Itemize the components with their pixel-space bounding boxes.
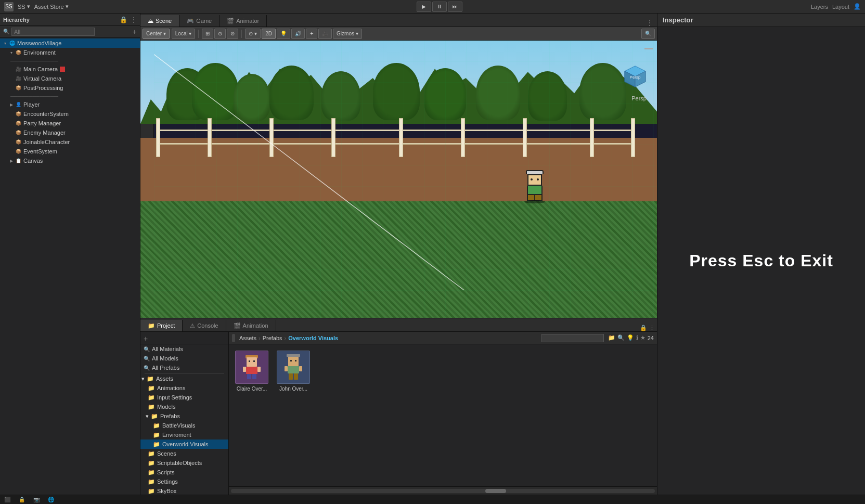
asset-john-overworld[interactable]: John Over... bbox=[275, 348, 312, 394]
scene-view[interactable]: ✋ ✥ ↺ ▭ ⟵ ⚙ bbox=[140, 41, 657, 318]
item-type-icon: 📦 bbox=[15, 49, 22, 56]
sidebar-enviroment[interactable]: 📁 Enviroment bbox=[140, 430, 228, 440]
play-button[interactable]: ▶ bbox=[417, 2, 431, 12]
sidebar-scriptable-objects[interactable]: 📁 ScriptableObjects bbox=[140, 458, 228, 468]
hierarchy-item-party-manager[interactable]: 📦 Party Manager bbox=[0, 119, 140, 128]
middle-panel: ⛰ Scene 🎮 Game 🎬 Animator ⋮ Center ▾ Loc… bbox=[140, 14, 657, 495]
hier-separator: ───────────── bbox=[0, 93, 140, 100]
tab-game[interactable]: 🎮 Game bbox=[179, 15, 220, 27]
toolbar-gizmos-btn[interactable]: Gizmos ▾ bbox=[333, 29, 362, 39]
skybox-folder-icon: 📁 bbox=[148, 488, 155, 495]
hierarchy-add-icon[interactable]: + bbox=[133, 28, 137, 36]
resize-handle[interactable] bbox=[232, 334, 235, 342]
toolbar-local-btn[interactable]: Local ▾ bbox=[172, 29, 196, 39]
toolbar-effects-btn[interactable]: ✦ bbox=[306, 29, 317, 39]
toolbar-gizmo-icon[interactable]: ⊙ ▾ bbox=[245, 29, 261, 39]
asset-claire-overworld[interactable]: Claire Over... bbox=[233, 348, 270, 394]
svg-rect-14 bbox=[247, 374, 251, 379]
toolbar-center-btn[interactable]: Center ▾ bbox=[143, 29, 170, 39]
sidebar-overworld-visuals[interactable]: 📁 Overworld Visuals bbox=[140, 440, 228, 449]
bottom-lock-icon[interactable]: 🔒 bbox=[640, 325, 647, 331]
sidebar-models[interactable]: 📁 Models bbox=[140, 402, 228, 411]
breadcrumb: Assets › Prefabs › Overworld Visuals bbox=[239, 335, 338, 341]
hierarchy-item-eventsystem[interactable]: 📦 EventSystem bbox=[0, 147, 140, 156]
toolbar-2d-btn[interactable]: 2D bbox=[262, 29, 276, 39]
svg-rect-11 bbox=[246, 367, 257, 374]
hierarchy-item-virtual-camera[interactable]: 🎥 Virtual Camera bbox=[0, 74, 140, 83]
animator-label: Animator bbox=[236, 18, 259, 24]
layout-label[interactable]: Layout bbox=[832, 4, 849, 10]
project-add-btn[interactable]: + bbox=[144, 334, 148, 343]
toolbar-light-btn[interactable]: 💡 bbox=[277, 29, 290, 39]
hierarchy-item-enemy-manager[interactable]: 📦 Enemy Manager bbox=[0, 128, 140, 137]
hierarchy-item-encountersystem[interactable]: 📦 EncounterSystem bbox=[0, 109, 140, 119]
sidebar-all-models[interactable]: 🔍 All Models bbox=[140, 354, 228, 363]
scene-grass bbox=[140, 201, 657, 318]
tab-console[interactable]: ⚠ Console bbox=[183, 320, 226, 331]
console-label: Console bbox=[197, 322, 218, 329]
hierarchy-lock-icon[interactable]: 🔒 bbox=[120, 16, 127, 23]
hierarchy-panel: Hierarchy 🔒 ⋮ 🔍 + ▾ 🌐 MosswoodVillage ▾ … bbox=[0, 14, 140, 495]
toolbar-audio-btn[interactable]: 🔊 bbox=[291, 29, 305, 39]
sidebar-scenes[interactable]: 📁 Scenes bbox=[140, 449, 228, 458]
sidebar-scripts[interactable]: 📁 Scripts bbox=[140, 468, 228, 477]
hierarchy-item-joinablecharacter[interactable]: 📦 JoinableCharacter bbox=[0, 137, 140, 147]
project-icon-5[interactable]: ★ bbox=[640, 334, 645, 341]
hierarchy-item-postprocessing[interactable]: 📦 PostProcessing bbox=[0, 83, 140, 93]
inspector-title: Inspector bbox=[663, 16, 693, 24]
sidebar-all-materials[interactable]: 🔍 All Materials bbox=[140, 344, 228, 354]
project-search-input[interactable] bbox=[541, 334, 604, 342]
toolbar-camera-btn[interactable]: 🎥 bbox=[318, 29, 332, 39]
sidebar-input-settings[interactable]: 📁 Input Settings bbox=[140, 393, 228, 402]
toolbar-search-btn[interactable]: 🔍 bbox=[641, 29, 655, 39]
hierarchy-item-canvas[interactable]: ▶ 📋 Canvas bbox=[0, 156, 140, 165]
pause-button[interactable]: ⏸ bbox=[432, 2, 447, 12]
hierarchy-item-player[interactable]: ▶ 👤 Player bbox=[0, 100, 140, 109]
svg-rect-19 bbox=[295, 360, 296, 361]
char-body bbox=[527, 186, 543, 195]
scene-tab-menu[interactable]: ⋮ bbox=[642, 19, 657, 27]
sidebar-all-prefabs[interactable]: 🔍 All Prefabs bbox=[140, 363, 228, 372]
sidebar-assets[interactable]: ▾ 📁 Assets bbox=[140, 374, 228, 383]
scripts-folder-icon: 📁 bbox=[148, 469, 155, 476]
sidebar-animations[interactable]: 📁 Animations bbox=[140, 383, 228, 393]
project-icon-4[interactable]: ℹ bbox=[636, 334, 638, 341]
toolbar-snap3-btn[interactable]: ⊘ bbox=[227, 29, 238, 39]
models-folder-icon: 📁 bbox=[148, 404, 155, 410]
step-button[interactable]: ⏭ bbox=[448, 2, 462, 12]
toolbar-snap2-btn[interactable]: ⊙ bbox=[214, 29, 226, 39]
console-icon: ⚠ bbox=[190, 322, 195, 329]
account-dropdown[interactable]: SS ▾ bbox=[18, 3, 30, 10]
tab-animation[interactable]: 🎬 Animation bbox=[226, 320, 276, 331]
breadcrumb-overworld-visuals[interactable]: Overworld Visuals bbox=[288, 335, 338, 341]
layers-label[interactable]: Layers bbox=[811, 4, 828, 10]
tab-scene[interactable]: ⛰ Scene bbox=[140, 15, 179, 27]
project-icon-1[interactable]: 📁 bbox=[608, 334, 615, 341]
scrollbar-track[interactable] bbox=[231, 489, 655, 493]
hierarchy-item-environment[interactable]: ▾ 📦 Environment bbox=[0, 48, 140, 57]
hierarchy-item-mosswoodvillage[interactable]: ▾ 🌐 MosswoodVillage bbox=[0, 38, 140, 48]
scrollbar-thumb[interactable] bbox=[485, 489, 506, 493]
item-label: Main Camera bbox=[23, 66, 58, 72]
asset-store-btn[interactable]: Asset Store ▾ bbox=[34, 3, 69, 10]
project-icon-2[interactable]: 🔍 bbox=[617, 334, 625, 341]
hierarchy-search-input[interactable] bbox=[11, 28, 95, 36]
project-icon: 📁 bbox=[148, 322, 155, 329]
fence-post-4 bbox=[331, 118, 335, 157]
project-icon-3[interactable]: 💡 bbox=[627, 334, 634, 341]
hierarchy-menu-icon[interactable]: ⋮ bbox=[131, 16, 137, 23]
sidebar-settings[interactable]: 📁 Settings bbox=[140, 477, 228, 486]
sidebar-prefabs[interactable]: ▾ 📁 Prefabs bbox=[140, 411, 228, 421]
game-label: Game bbox=[196, 18, 212, 24]
breadcrumb-assets[interactable]: Assets bbox=[239, 335, 256, 341]
bottom-menu-icon[interactable]: ⋮ bbox=[649, 325, 655, 331]
tab-project[interactable]: 📁 Project bbox=[140, 320, 183, 331]
toolbar-snap-btn[interactable]: ⊞ bbox=[202, 29, 213, 39]
bottom-tab-icons: 🔒 ⋮ bbox=[638, 325, 657, 331]
account-icon[interactable]: 👤 bbox=[854, 3, 861, 10]
breadcrumb-prefabs[interactable]: Prefabs bbox=[263, 335, 282, 341]
hierarchy-item-main-camera[interactable]: 🎥 Main Camera bbox=[0, 64, 140, 74]
tab-animator[interactable]: 🎬 Animator bbox=[220, 15, 267, 27]
sidebar-skybox[interactable]: 📁 SkyBox bbox=[140, 486, 228, 495]
sidebar-battle-visuals[interactable]: 📁 BattleVisuals bbox=[140, 421, 228, 430]
